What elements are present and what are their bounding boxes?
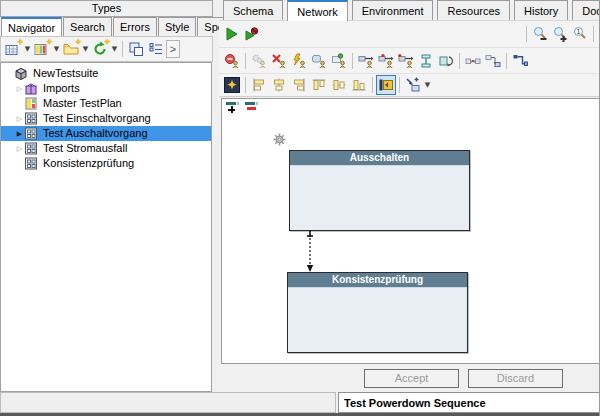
list-view-icon[interactable] [146, 39, 166, 59]
new-columns-icon[interactable]: ✦ [32, 39, 52, 59]
svg-text:1: 1 [577, 28, 581, 35]
toolbar-separator [352, 53, 353, 69]
discard-button[interactable]: Discard [468, 369, 563, 388]
new-star-badge: ✦ [74, 38, 82, 47]
vertical-connector-icon[interactable] [416, 51, 436, 71]
editor-panel: Schema Network Environment Resources His… [219, 0, 600, 392]
types-panel: Types Navigator Search Errors Style Spec… [0, 0, 213, 392]
tab-search[interactable]: Search [63, 17, 112, 36]
align-right-icon[interactable] [289, 75, 309, 95]
tree-item-master-testplan[interactable]: Master TestPlan [1, 96, 211, 111]
align-left-icon[interactable] [249, 75, 269, 95]
state-title: Konsistenzprüfung [288, 273, 467, 288]
expander-collapsed-icon[interactable]: ▷ [15, 85, 24, 93]
remove-mark-minus-icon[interactable] [245, 102, 259, 114]
navigator-toolbar: ✦ ▼ ✦ ▼ ✦ ▼ ✦ ▼ > [0, 36, 213, 62]
run-toolbar: 1 [219, 20, 600, 47]
tab-environment[interactable]: Environment [352, 0, 434, 20]
tab-network[interactable]: Network [287, 0, 347, 21]
left-tab-bar: Navigator Search Errors Style Special [0, 17, 213, 36]
tab-style[interactable]: Style [158, 17, 196, 36]
align-center-v-icon[interactable] [269, 75, 289, 95]
gears-disabled-icon[interactable] [249, 51, 269, 71]
tab-resources[interactable]: Resources [437, 0, 510, 20]
layout-toolbar: ▼ [219, 73, 600, 97]
add-mark-plus-icon[interactable] [226, 102, 240, 114]
tree-item-label: Master TestPlan [43, 97, 122, 110]
route-connector-icon[interactable] [510, 51, 530, 71]
expander-collapsed-icon[interactable]: ▶ [15, 130, 24, 138]
chevron-down-icon[interactable]: ▼ [423, 81, 432, 89]
toolbar-overflow-chevron[interactable]: > [166, 40, 180, 58]
state-blue-icon[interactable] [309, 51, 329, 71]
tab-history[interactable]: History [514, 0, 568, 20]
join-connector-icon[interactable] [463, 51, 483, 71]
test-grid-icon [24, 127, 39, 140]
trigger-state-icon[interactable] [289, 51, 309, 71]
chevron-down-icon[interactable]: ▼ [52, 45, 61, 53]
run-play-icon[interactable] [222, 24, 242, 44]
test-grid-icon [24, 157, 39, 170]
tree-item-test-einschaltvorgang[interactable]: ▷ Test Einschaltvorgang [1, 111, 211, 126]
transition-c-icon[interactable] [396, 51, 416, 71]
test-grid-icon [24, 112, 39, 125]
align-bottom-icon[interactable] [349, 75, 369, 95]
application-window: Types Navigator Search Errors Style Spec… [0, 0, 600, 416]
remove-state-icon[interactable] [222, 51, 242, 71]
state-ausschalten[interactable]: Ausschalten [289, 150, 470, 231]
tab-documentation[interactable]: Documentation [572, 0, 600, 20]
delete-state-icon[interactable] [269, 51, 289, 71]
align-middle-h-icon[interactable] [329, 75, 349, 95]
chevron-down-icon[interactable]: ▼ [81, 45, 90, 53]
tab-schema[interactable]: Schema [223, 0, 283, 20]
state-green-dot-icon[interactable] [329, 51, 349, 71]
overview-dark-star-icon[interactable] [222, 75, 242, 95]
tree-item-imports[interactable]: ▷ Imports [1, 81, 211, 96]
tree-item-test-stromausfall[interactable]: ▷ Test Stromausfall [1, 141, 211, 156]
new-folder-icon[interactable]: ✦ [61, 39, 81, 59]
tree-item-label: Test Einschaltvorgang [43, 112, 151, 125]
expander-collapsed-icon[interactable]: ▷ [15, 145, 24, 153]
properties-window-icon[interactable] [126, 39, 146, 59]
tree-item-konsistenzpruefung[interactable]: Konsistenzprüfung [1, 156, 211, 171]
transition-b-icon[interactable] [376, 51, 396, 71]
network-diagram-canvas[interactable]: Ausschalten Konsistenzprüfung [221, 98, 600, 364]
align-top-icon[interactable] [309, 75, 329, 95]
toolbar-separator [122, 41, 123, 57]
tree-item-newtestsuite[interactable]: NewTestsuite [1, 66, 211, 81]
status-bar: Test Powerdown Sequence [0, 392, 600, 413]
run-debug-icon[interactable] [242, 24, 262, 44]
tree-item-test-auschaltvorgang[interactable]: ▶ Test Auschaltvorgang [1, 126, 211, 141]
new-star-badge: ✦ [16, 38, 24, 47]
transition-arrow[interactable] [302, 230, 318, 273]
expander-collapsed-icon[interactable]: ▷ [15, 115, 24, 123]
zoom-in-icon[interactable] [550, 24, 570, 44]
accept-button[interactable]: Accept [364, 369, 459, 388]
zoom-out-icon[interactable] [530, 24, 550, 44]
tab-navigator[interactable]: Navigator [1, 17, 62, 36]
toolbar-separator [593, 26, 594, 42]
chevron-down-icon[interactable]: ▼ [23, 45, 32, 53]
self-transition-icon[interactable] [436, 51, 456, 71]
chevron-down-icon[interactable]: ▼ [110, 45, 119, 53]
new-star-badge: ✦ [45, 38, 53, 47]
tree-item-label: Konsistenzprüfung [43, 157, 134, 170]
new-table-icon[interactable]: ✦ [3, 39, 23, 59]
testsuite-cube-icon [14, 67, 29, 80]
gear-marker-icon[interactable] [273, 133, 286, 146]
tree-item-label: Imports [43, 82, 80, 95]
state-konsistenzpruefung[interactable]: Konsistenzprüfung [287, 272, 468, 353]
add-shape-icon[interactable] [403, 75, 423, 95]
branch-connector-icon[interactable] [483, 51, 503, 71]
status-text: Test Powerdown Sequence [338, 392, 600, 413]
toolbar-separator [245, 53, 246, 69]
editor-tab-bar: Schema Network Environment Resources His… [219, 0, 600, 20]
tree-item-label: Test Stromausfall [43, 142, 127, 155]
test-tree[interactable]: NewTestsuite ▷ Imports Master TestPlan ▷ [0, 62, 212, 392]
show-panel-pressed-icon[interactable] [376, 75, 396, 95]
transition-a-icon[interactable] [356, 51, 376, 71]
new-refresh-icon[interactable]: ✦ [90, 39, 110, 59]
zoom-100-icon[interactable]: 1 [570, 24, 590, 44]
tab-errors[interactable]: Errors [113, 17, 157, 36]
tree-item-label: NewTestsuite [33, 67, 98, 80]
